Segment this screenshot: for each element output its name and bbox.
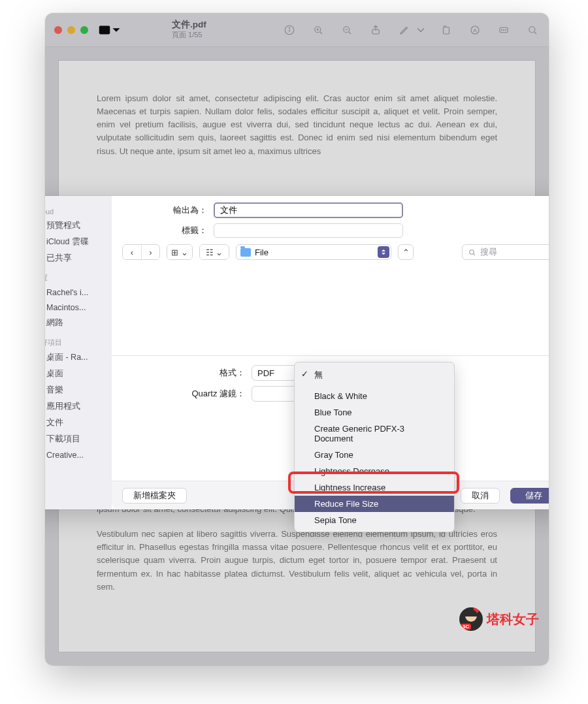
svg-point-36: [470, 249, 474, 254]
collapse-button[interactable]: ⌃: [398, 244, 414, 260]
sidebar-item-network[interactable]: 網路: [45, 315, 112, 331]
nav-forward-button[interactable]: ›: [141, 245, 159, 259]
format-value: PDF: [257, 368, 274, 378]
sidebar-item-desktop-ra[interactable]: 桌面 - Ra...: [45, 349, 112, 366]
watermark: 3C 塔科女子: [459, 607, 539, 631]
preview-window: 文件.pdf 頁面 1/55 A Lorem ipsum dolor sit a…: [45, 13, 549, 665]
quartz-filter-menu: 無 Black & White Blue Tone Create Generic…: [294, 362, 455, 532]
svg-line-37: [474, 253, 475, 255]
tags-input[interactable]: [214, 223, 403, 238]
save-button[interactable]: 儲存: [510, 488, 549, 504]
sidebar-section-icloud: iCloud: [45, 201, 112, 217]
sidebar-item-desktop[interactable]: 桌面: [45, 366, 112, 382]
group-segment: ☷ ⌄: [199, 244, 229, 260]
file-browser-area[interactable]: [122, 264, 549, 355]
menu-item-lightness-decrease[interactable]: Lightness Decrease: [295, 463, 454, 479]
sidebar-item-computer[interactable]: Rachel's i...: [45, 285, 112, 300]
sidebar-item-shared[interactable]: 已共享: [45, 250, 112, 266]
tags-label: 標籤：: [122, 225, 207, 236]
sidebar-item-downloads[interactable]: 下載項目: [45, 431, 112, 447]
menu-item-lightness-increase[interactable]: Lightness Increase: [295, 479, 454, 496]
quartz-filter-label: Quartz 濾鏡：: [122, 388, 245, 400]
menu-item-pdfx3[interactable]: Create Generic PDFX-3 Document: [295, 421, 454, 447]
watermark-text: 塔科女子: [487, 611, 539, 628]
sidebar-item-documents[interactable]: 文件: [45, 415, 112, 431]
sidebar-section-favorites: 喜好項目: [45, 331, 112, 349]
menu-item-reduce-file-size[interactable]: Reduce File Size: [295, 496, 454, 512]
export-as-label: 輸出為：: [122, 204, 207, 216]
sidebar-item-icloud-drive[interactable]: iCloud 雲碟: [45, 234, 112, 250]
divider: [112, 355, 549, 356]
nav-back-button[interactable]: ‹: [123, 245, 141, 259]
sidebar-item-music[interactable]: 音樂: [45, 382, 112, 398]
sidebar-item-disk[interactable]: Macintos...: [45, 300, 112, 315]
sidebar-item-creative[interactable]: Creative...: [45, 447, 112, 462]
menu-item-black-white[interactable]: Black & White: [295, 388, 454, 404]
updown-icon: [378, 246, 389, 258]
cancel-button[interactable]: 取消: [461, 488, 500, 504]
watermark-avatar-icon: 3C: [459, 607, 483, 631]
nav-back-forward: ‹ ›: [122, 244, 160, 260]
search-field[interactable]: 搜尋: [462, 244, 549, 260]
sidebar-section-locations: 位置: [45, 266, 112, 285]
menu-item-sepia-tone[interactable]: Sepia Tone: [295, 512, 454, 528]
folder-selector[interactable]: File: [236, 244, 391, 260]
menu-item-blue-tone[interactable]: Blue Tone: [295, 404, 454, 421]
view-icons-button[interactable]: ⊞ ⌄: [167, 245, 192, 259]
format-label: 格式：: [122, 367, 245, 379]
menu-item-none[interactable]: 無: [295, 366, 454, 384]
folder-icon: [240, 248, 251, 257]
search-placeholder: 搜尋: [480, 247, 497, 258]
export-as-input[interactable]: [214, 202, 403, 218]
group-button[interactable]: ☷ ⌄: [200, 245, 229, 259]
menu-item-gray-tone[interactable]: Gray Tone: [295, 447, 454, 463]
sidebar-item-applications[interactable]: 應用程式: [45, 398, 112, 415]
sidebar-item-preview[interactable]: 預覽程式: [45, 217, 112, 234]
folder-name: File: [255, 248, 269, 257]
view-icon-segment: ⊞ ⌄: [167, 244, 193, 260]
new-folder-button[interactable]: 新增檔案夾: [122, 488, 187, 504]
locations-sidebar: iCloud 預覽程式 iCloud 雲碟 已共享 位置 Rachel's i.…: [45, 196, 112, 509]
